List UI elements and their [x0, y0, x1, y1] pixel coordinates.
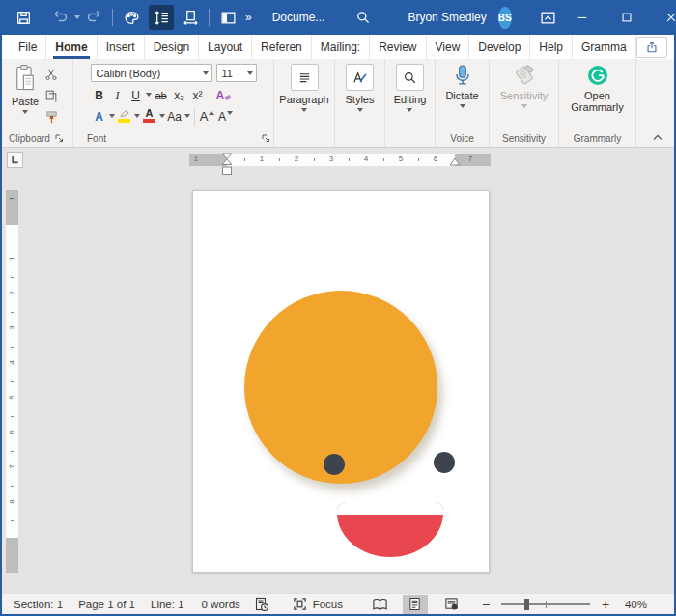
font-name-combobox[interactable]: Calibri (Body) — [91, 64, 212, 82]
tab-mailings[interactable]: Mailing: — [312, 35, 370, 59]
tab-file[interactable]: File — [10, 35, 46, 59]
minimize-button[interactable] — [560, 0, 605, 35]
clear-formatting-button[interactable]: A — [215, 85, 234, 103]
paste-icon — [14, 64, 36, 93]
page-width-icon[interactable] — [179, 6, 202, 29]
tab-view[interactable]: View — [427, 35, 470, 59]
tab-insert[interactable]: Insert — [98, 35, 145, 59]
tab-home[interactable]: Home — [46, 35, 97, 59]
maximize-button[interactable] — [605, 0, 649, 35]
sensitivity-button[interactable]: Sensitivity — [500, 64, 549, 108]
smiley-teeth — [337, 502, 443, 515]
proofing-icon[interactable] — [254, 597, 269, 612]
navigation-pane-icon[interactable] — [216, 6, 239, 29]
smiley-right-eye — [434, 452, 455, 473]
tab-stop-selector[interactable] — [7, 152, 23, 168]
zoom-slider[interactable] — [501, 603, 590, 605]
focus-button[interactable]: Focus — [313, 599, 343, 610]
dialog-launcher-icon[interactable] — [55, 134, 64, 143]
zoom-in-button[interactable]: + — [598, 597, 613, 612]
tab-layout[interactable]: Layout — [199, 35, 252, 59]
font-size-combobox[interactable]: 11 — [216, 64, 257, 82]
palette-icon[interactable] — [120, 6, 143, 29]
tab-help[interactable]: Help — [530, 35, 573, 59]
underline-button[interactable]: U — [127, 85, 145, 103]
user-name[interactable]: Bryon Smedley — [408, 11, 486, 24]
ruler-tick — [11, 312, 14, 313]
ribbon-display-options-icon[interactable] — [537, 6, 560, 29]
indent-markers[interactable] — [221, 153, 233, 176]
status-bar: Section: 1 Page 1 of 1 Line: 1 0 words F… — [2, 593, 674, 614]
chevron-down-icon[interactable] — [184, 114, 190, 118]
chevron-down-icon[interactable] — [134, 114, 140, 118]
dialog-launcher-icon[interactable] — [262, 134, 270, 143]
left-tab-icon — [11, 155, 19, 164]
change-case-button[interactable]: Aa — [166, 106, 183, 125]
find-icon — [396, 64, 424, 91]
copy-icon[interactable] — [42, 87, 61, 104]
section-indicator[interactable]: Section: 1 — [14, 599, 63, 610]
highlight-color-button[interactable] — [116, 106, 133, 125]
line-indicator[interactable]: Line: 1 — [151, 599, 184, 610]
document-title[interactable]: Docume... — [272, 11, 325, 24]
ruler-number: 4 — [362, 154, 370, 163]
smiley-image[interactable] — [244, 291, 437, 484]
tab-developer[interactable]: Develop — [469, 35, 530, 59]
font-color-swatch — [143, 119, 155, 123]
share-icon[interactable] — [636, 37, 667, 58]
paste-button[interactable]: Paste — [12, 64, 39, 114]
shrink-font-button[interactable]: A — [217, 106, 235, 125]
read-mode-icon[interactable] — [368, 595, 393, 614]
collapse-ribbon-button[interactable] — [639, 134, 676, 147]
ruler-tick — [279, 158, 280, 161]
zoom-out-button[interactable]: − — [478, 597, 493, 612]
save-icon[interactable] — [12, 6, 35, 29]
grow-font-button[interactable]: A — [199, 106, 216, 125]
superscript-button[interactable]: x² — [189, 85, 207, 103]
editing-menu-button[interactable]: Editing — [394, 64, 427, 112]
ruler-tick — [11, 277, 14, 278]
focus-icon[interactable] — [293, 597, 307, 611]
ruler-tick — [11, 486, 14, 487]
paragraph-menu-button[interactable]: Paragraph — [279, 64, 328, 112]
redo-icon[interactable] — [82, 6, 105, 29]
page-indicator[interactable]: Page 1 of 1 — [78, 599, 135, 610]
chevron-down-icon[interactable] — [109, 114, 115, 118]
chevron-down-icon[interactable] — [146, 93, 152, 97]
tab-review[interactable]: Review — [370, 35, 426, 59]
tab-grammarly[interactable]: Gramma — [573, 35, 636, 59]
highlighter-icon — [118, 109, 130, 118]
bold-button[interactable]: B — [91, 85, 108, 103]
qat-overflow-chevron[interactable]: » — [245, 11, 251, 24]
search-icon[interactable] — [352, 6, 375, 29]
font-color-button[interactable]: A — [141, 106, 158, 125]
undo-dropdown-chevron-icon[interactable] — [72, 6, 82, 29]
tab-actions — [636, 35, 676, 59]
open-grammarly-button[interactable]: Open Grammarly — [568, 64, 628, 113]
subscript-button[interactable]: x₂ — [171, 85, 188, 103]
italic-button[interactable]: I — [109, 85, 127, 103]
ruler-tick — [11, 347, 14, 348]
horizontal-ruler: 1 1 2 3 4 5 6 7 — [189, 154, 491, 166]
format-painter-icon[interactable] — [42, 108, 61, 126]
dictate-button[interactable]: Dictate — [445, 64, 478, 108]
zoom-level[interactable]: 40% — [625, 599, 647, 610]
zoom-slider-handle[interactable] — [524, 599, 529, 610]
print-layout-icon[interactable] — [403, 595, 428, 614]
tab-references[interactable]: Referen — [252, 35, 312, 59]
avatar[interactable]: BS — [498, 7, 512, 29]
line-spacing-icon[interactable] — [149, 5, 174, 30]
caret-up-icon — [209, 111, 214, 115]
text-effects-button[interactable]: A — [91, 106, 108, 125]
styles-menu-button[interactable]: Styles — [346, 64, 375, 112]
right-indent-marker[interactable] — [449, 157, 461, 166]
web-layout-icon[interactable] — [439, 595, 465, 614]
cut-icon[interactable] — [42, 66, 61, 83]
close-button[interactable] — [649, 0, 676, 35]
chevron-down-icon[interactable] — [159, 114, 165, 118]
undo-icon[interactable] — [49, 6, 72, 29]
document-page[interactable] — [192, 190, 490, 573]
tab-design[interactable]: Design — [145, 35, 199, 59]
word-count[interactable]: 0 words — [202, 599, 240, 610]
strikethrough-button[interactable]: ab — [153, 85, 170, 103]
